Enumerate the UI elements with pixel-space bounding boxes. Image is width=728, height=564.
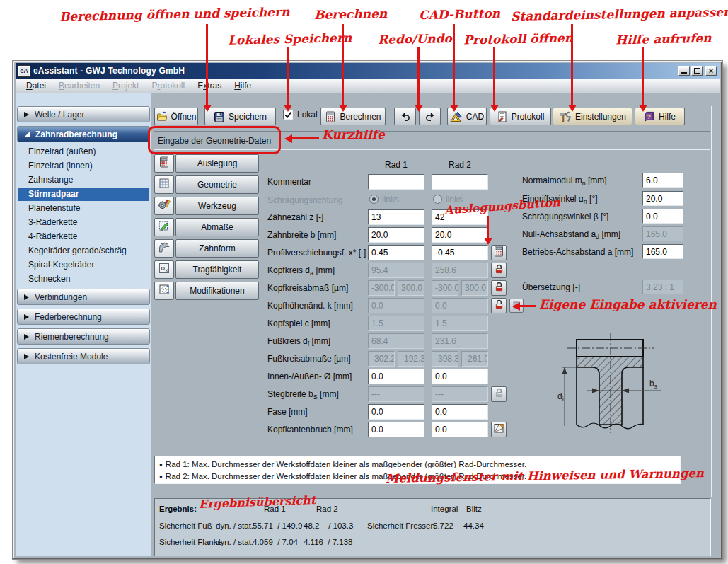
right-form-field-4[interactable]: 165.0 xyxy=(642,244,683,259)
sidebar-section-label: Welle / Lager xyxy=(35,110,84,120)
form-field-3-rad2[interactable]: 20.0 xyxy=(432,227,488,243)
sidebar-section-welle-lager[interactable]: Welle / Lager xyxy=(17,106,150,122)
sidebar-section-kostenfreie-module[interactable]: Kostenfreie Module xyxy=(17,348,150,364)
right-form-field-0[interactable]: 6.0 xyxy=(642,173,683,188)
form-label-8: Kopfspiel c [mm] xyxy=(267,318,330,328)
maximize-button[interactable] xyxy=(691,66,703,76)
sidebar-section-label: Riemenberechnung xyxy=(35,332,109,342)
form-field-3-rad1[interactable]: 20.0 xyxy=(368,227,424,243)
right-form-label-2: Schrägungswinkel β [°] xyxy=(522,212,608,221)
tab-modifikationen[interactable]: Modifikationen xyxy=(175,282,259,300)
lock-button-disabled[interactable] xyxy=(491,386,507,402)
form-field-13-rad2[interactable]: 0.0 xyxy=(432,404,488,420)
sidebar-item-einzelrad-innen-[interactable]: Einzelrad (innen) xyxy=(28,159,93,173)
sidebar-section-riemenberechnung[interactable]: Riemenberechnung xyxy=(17,328,150,345)
sidebar-section-zahnradberechnung[interactable]: Zahnradberechnung xyxy=(17,126,150,142)
form-field-11-rad2[interactable]: 0.0 xyxy=(432,369,488,384)
tab-auslegung[interactable]: Auslegung xyxy=(175,154,259,173)
tab-modifikationen-icon-button[interactable] xyxy=(154,282,174,300)
form-field-2-rad2[interactable]: 42 xyxy=(432,209,488,225)
tab-werkzeug-icon-button[interactable] xyxy=(154,197,174,215)
lock-gray-icon xyxy=(494,387,504,401)
sidebar-section-label: Kostenfreie Module xyxy=(35,352,108,362)
helix-direction-radio-rad1[interactable] xyxy=(369,195,379,204)
lock-button[interactable] xyxy=(491,298,507,313)
right-form-field-2[interactable]: 0.0 xyxy=(642,209,683,224)
tab-geometrie-icon-button[interactable] xyxy=(154,175,174,194)
form-field-13-rad1[interactable]: 0.0 xyxy=(368,404,424,420)
form-field-12-rad1: --- xyxy=(368,386,424,402)
sidebar-section-label: Verbindungen xyxy=(35,292,87,302)
tab-geometrie[interactable]: Geometrie xyxy=(175,175,259,194)
sidebar-item-spiral-kegelräder[interactable]: Spiral-Kegelräder xyxy=(28,258,94,272)
sidebar-section-federberechnung[interactable]: Federberechnung xyxy=(17,309,150,325)
open-button[interactable]: Öffnen xyxy=(154,108,198,125)
tab-werkzeug[interactable]: Werkzeug xyxy=(175,197,259,215)
close-button[interactable]: × xyxy=(705,66,717,76)
section-collapsed-icon xyxy=(24,334,29,340)
tab-auslegung-icon-button[interactable] xyxy=(154,154,174,173)
tab-zahnform[interactable]: Zahnform xyxy=(175,239,259,258)
grid-icon xyxy=(158,178,171,192)
sidebar-section-verbindungen[interactable]: Verbindungen xyxy=(17,289,150,305)
results-col-header-1: Rad 1 xyxy=(264,505,286,513)
form-field-0-rad2[interactable] xyxy=(432,174,488,190)
lock-red-icon xyxy=(494,263,504,277)
form-field-11-rad1[interactable]: 0.0 xyxy=(368,369,424,384)
sidebar-item-schnecken[interactable]: Schnecken xyxy=(28,272,70,286)
sidebar-item-stirnradpaar[interactable]: Stirnradpaar xyxy=(18,188,149,201)
auslegung-calc-button[interactable] xyxy=(491,245,507,260)
form-label-10: Fußkreisabmaße [µm] xyxy=(267,354,351,364)
form-field-2-rad1[interactable]: 13 xyxy=(368,209,424,225)
menu-item-datei[interactable]: Datei xyxy=(20,81,52,91)
tab-tragfähigkeit[interactable]: Tragfähigkeit xyxy=(175,260,259,279)
sidebar-item-4-räderkette[interactable]: 4-Räderkette xyxy=(28,230,77,243)
form-field-0-rad1[interactable] xyxy=(368,174,424,190)
results-rad2-value: 4.116 / 7.138 xyxy=(304,538,352,546)
tab-zahnform-icon-button[interactable] xyxy=(154,239,174,258)
sidebar-item-kegelräder-gerade-schräg[interactable]: Kegelräder gerade/schräg xyxy=(28,244,127,258)
message-window: ●Rad 1: Max. Durchmesser der Werkstoffda… xyxy=(154,456,681,484)
save-button[interactable]: Speichern xyxy=(204,108,276,125)
rad2-column-header: Rad 2 xyxy=(432,160,488,170)
calculate-button[interactable]: Berechnen xyxy=(320,108,386,125)
form-label-5: Kopfkreis da [mm] xyxy=(267,265,335,277)
own-input-small-button[interactable] xyxy=(509,299,524,313)
sidebar-item-einzelrad-außen-[interactable]: Einzelrad (außen) xyxy=(28,145,96,159)
chamfer-button[interactable] xyxy=(491,422,507,437)
sidebar-item-planetenstufe[interactable]: Planetenstufe xyxy=(28,202,80,215)
lock-button[interactable] xyxy=(491,280,507,296)
settings-button[interactable]: Einstellungen xyxy=(553,108,632,125)
form-field-6-rad2-2: 300.0 xyxy=(461,280,488,296)
protocol-button[interactable]: Protokoll xyxy=(490,108,551,125)
form-field-9-rad1: 68.4 xyxy=(368,333,424,349)
svg-text:di: di xyxy=(557,391,564,403)
form-label-6: Kopfkreisabmaß [µm] xyxy=(267,283,348,293)
menu-item-extras[interactable]: Extras xyxy=(191,81,228,91)
menu-item-hilfe[interactable]: Hilfe xyxy=(228,81,258,91)
helix-direction-radio-rad2[interactable] xyxy=(433,195,442,204)
form-field-10-rad1-2: -192.3 xyxy=(398,351,424,367)
tab-abmaße-icon-button[interactable] xyxy=(154,218,174,236)
tab-abmaße[interactable]: Abmaße xyxy=(175,218,259,236)
right-form-field-1[interactable]: 20.0 xyxy=(642,191,683,206)
form-field-14-rad2[interactable]: 0.0 xyxy=(432,422,488,437)
lock-red-icon xyxy=(494,299,504,313)
section-collapsed-icon xyxy=(24,354,29,359)
lock-button[interactable] xyxy=(491,263,507,278)
minimize-button[interactable] xyxy=(678,66,690,76)
form-field-5-rad1: 95.4 xyxy=(368,263,424,278)
folder-open-icon xyxy=(156,111,168,122)
sidebar-item-3-räderkette[interactable]: 3-Räderkette xyxy=(28,216,77,229)
annotation-arrowhead xyxy=(415,105,423,116)
protocol-button-label: Protokoll xyxy=(512,112,545,122)
form-field-4-rad1[interactable]: 0.45 xyxy=(368,245,424,260)
undo-button[interactable] xyxy=(394,108,416,125)
results-col-header-2: Rad 2 xyxy=(316,505,338,513)
annotation-3: Berechnen xyxy=(314,6,388,22)
form-field-4-rad2[interactable]: -0.45 xyxy=(432,245,488,260)
tab-tragfähigkeit-icon-button[interactable]: σx xyxy=(154,260,174,279)
sidebar-item-zahnstange[interactable]: Zahnstange xyxy=(28,173,73,187)
form-field-14-rad1[interactable]: 0.0 xyxy=(368,422,424,437)
annotation-arrow-line xyxy=(342,24,344,105)
